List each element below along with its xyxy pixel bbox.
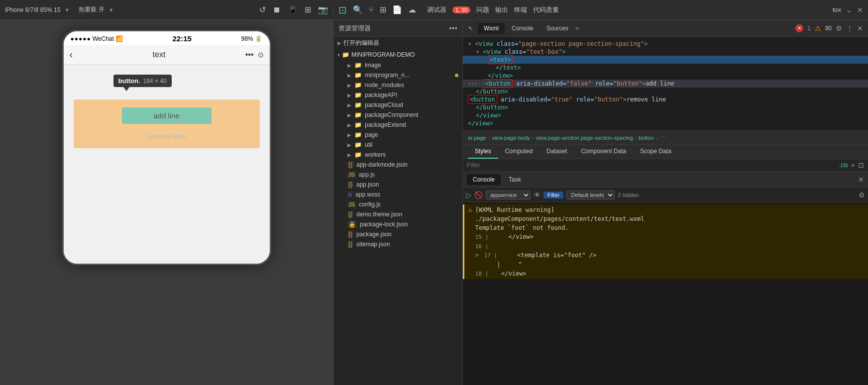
file-app-darkmode[interactable]: {} app-darkmode.json [333, 160, 462, 170]
tab-styles[interactable]: Styles [468, 145, 498, 159]
status-left: ●●●●● WeChat 📶 [71, 35, 123, 42]
cursor-tool[interactable]: ↖ [468, 24, 474, 32]
console-tab-console[interactable]: Console [467, 174, 501, 185]
file-app-json[interactable]: {} app.json [333, 180, 462, 190]
dropdown-arrow[interactable]: ▼ [64, 7, 70, 13]
signal-dots: ●●●●● [71, 35, 91, 42]
tab-computed[interactable]: Computed [498, 145, 540, 159]
folder-util[interactable]: ▶ 📁 util [333, 140, 462, 150]
log-level-select[interactable]: Default levels [566, 191, 615, 199]
phone-icon[interactable]: 📱 [288, 5, 298, 14]
layout-icon[interactable]: ⊞ [305, 5, 311, 14]
hot-reload-arrow[interactable]: ▼ [108, 7, 114, 13]
add-line-button[interactable]: add line [122, 107, 212, 124]
console-tab-task[interactable]: Task [503, 174, 527, 185]
dom-line-1[interactable]: ▾ <view class="page-section page-section… [463, 40, 868, 48]
file-config-js[interactable]: JS config.js [333, 199, 462, 209]
branch-icon[interactable]: ⑂ [369, 5, 374, 14]
explorer-more-btn[interactable]: ••• [449, 24, 457, 33]
tab-component-data[interactable]: Component Data [574, 145, 633, 159]
filter-input[interactable] [467, 162, 836, 169]
folder-page[interactable]: ▶ 📁 page [333, 130, 462, 140]
folder-image[interactable]: ▶ 📁 image [333, 60, 462, 70]
dom-line-4[interactable]: </text> [463, 64, 868, 72]
toolbar-right: ⊡ 🔍 ⑂ ⊞ 📄 ☁ 调试器 1, 90 问题 输出 终端 代码质量 tox … [333, 4, 868, 16]
code-quality-btn[interactable]: 代码质量 [533, 5, 559, 14]
grid-icon[interactable]: ⊞ [380, 5, 386, 14]
more-tabs-btn[interactable]: » [575, 24, 579, 32]
terminal-btn[interactable]: 终端 [514, 5, 527, 14]
folder-packageCloud[interactable]: ▶ 📁 packageCloud [333, 100, 462, 110]
dom-line-6[interactable]: ••• <button aria-disabled="false" role="… [463, 80, 868, 88]
settings-btn[interactable]: ⚙ [836, 24, 842, 32]
tab-console[interactable]: Console [506, 23, 540, 34]
bc-er-page[interactable]: er.page [468, 135, 486, 141]
tab-dataset[interactable]: Dataset [540, 145, 574, 159]
file-app-wxss[interactable]: ≈ app.wxss [333, 190, 462, 199]
more-options-btn[interactable]: ⋮ [846, 24, 853, 32]
file-sitemap[interactable]: {} sitemap.json [333, 239, 462, 249]
dom-line-5[interactable]: </view> [463, 72, 868, 80]
dom-line-8[interactable]: <button aria-disabled="true" role="butto… [463, 96, 868, 103]
file-app-js[interactable]: JS app.js [333, 170, 462, 180]
nav-record-btn[interactable]: ⊙ [258, 51, 264, 59]
cls-btn[interactable]: .cls [839, 162, 848, 169]
file-package-json[interactable]: {} package.json [333, 229, 462, 239]
bc-button[interactable]: button [639, 135, 654, 141]
tab-scope-data[interactable]: Scope Data [633, 145, 678, 159]
close-btn[interactable]: ✕ [857, 6, 863, 14]
console-close-btn[interactable]: ✕ [858, 176, 864, 184]
nav-more-btn[interactable]: ••• [245, 50, 254, 59]
layout-btn[interactable]: ⊡ [858, 161, 864, 169]
file-demo-theme[interactable]: {} demo.theme.json [333, 209, 462, 219]
folder-workers[interactable]: ▶ 📁 workers [333, 150, 462, 160]
open-editors-header[interactable]: ▶ 打开的编辑器 [333, 37, 462, 49]
bc-more[interactable]: ⋯ [660, 134, 665, 141]
refresh-icon[interactable]: ↺ [259, 5, 266, 14]
doc-icon[interactable]: 📄 [392, 5, 402, 14]
js-icon: JS [347, 201, 356, 207]
screenshot-icon[interactable]: 📷 [318, 5, 328, 14]
add-cls-btn[interactable]: + [851, 161, 855, 169]
folder-miniprogram[interactable]: ▶ 📁 miniprogram_n... [333, 70, 462, 80]
folder-icon: 📁 [354, 121, 362, 128]
console-settings-btn[interactable]: ⚙ [859, 191, 865, 199]
nav-title: text [77, 50, 241, 59]
phone-content-area: add line remove line [74, 99, 260, 148]
dom-line-2[interactable]: ▾ <view class="text-box"> [463, 48, 868, 56]
output-btn[interactable]: 输出 [495, 5, 508, 14]
folder-packageExtend[interactable]: ▶ 📁 packageExtend [333, 120, 462, 130]
nav-back-btn[interactable]: ‹ [70, 49, 73, 60]
dom-line-3[interactable]: <text> [463, 56, 868, 64]
devtools-close-btn[interactable]: ✕ [857, 24, 863, 32]
run-btn[interactable]: ▷ [466, 191, 471, 199]
top-toolbar: iPhone 6/7/8 85% 15 ▼ 热重载 开 ▼ ↺ ⏹ 📱 ⊞ 📷 … [0, 0, 868, 20]
file-package-lock[interactable]: 🔒 package-lock.json [333, 219, 462, 229]
folder-node-modules[interactable]: ▶ 📁 node_modules [333, 80, 462, 90]
expand-icon[interactable]: ⌄ [846, 6, 852, 14]
bc-view-section[interactable]: view.page-section.page-section-spacing [536, 135, 633, 141]
button-tag-red: <button [483, 79, 513, 88]
breadcrumb-bar: er.page › view.page-body › view.page-sec… [463, 131, 868, 145]
devtools-icon[interactable]: ⊡ [338, 4, 347, 16]
folder-packageComponent[interactable]: ▶ 📁 packageComponent [333, 110, 462, 120]
stop-icon[interactable]: ⏹ [273, 5, 281, 14]
eye-btn[interactable]: 👁 [534, 191, 541, 199]
issues-btn[interactable]: 问题 [476, 5, 489, 14]
block-btn[interactable]: 🚫 [474, 191, 483, 199]
dom-line-9[interactable]: </button> [463, 103, 868, 111]
dom-line-11[interactable]: </view> [463, 119, 868, 127]
root-folder-header[interactable]: ▾ 📁 MINIPROGRAM-DEMO [333, 49, 462, 60]
folder-packageAPI[interactable]: ▶ 📁 packageAPI [333, 90, 462, 100]
search-icon[interactable]: 🔍 [353, 5, 363, 14]
cloud-icon[interactable]: ☁ [408, 5, 416, 14]
tab-wxml[interactable]: Wxml [478, 23, 505, 34]
filter-btn[interactable]: Filter [543, 192, 563, 198]
bc-view-page-body[interactable]: view.page-body [492, 135, 530, 141]
appservice-select[interactable]: appservice [486, 191, 531, 199]
dom-line-10[interactable]: </view> [463, 111, 868, 119]
folder-icon: 📁 [354, 92, 362, 98]
simulator-toolbar-icons: ↺ ⏹ 📱 ⊞ 📷 [259, 5, 328, 14]
tab-sources[interactable]: Sources [541, 23, 574, 34]
dom-line-7[interactable]: </button> [463, 88, 868, 96]
